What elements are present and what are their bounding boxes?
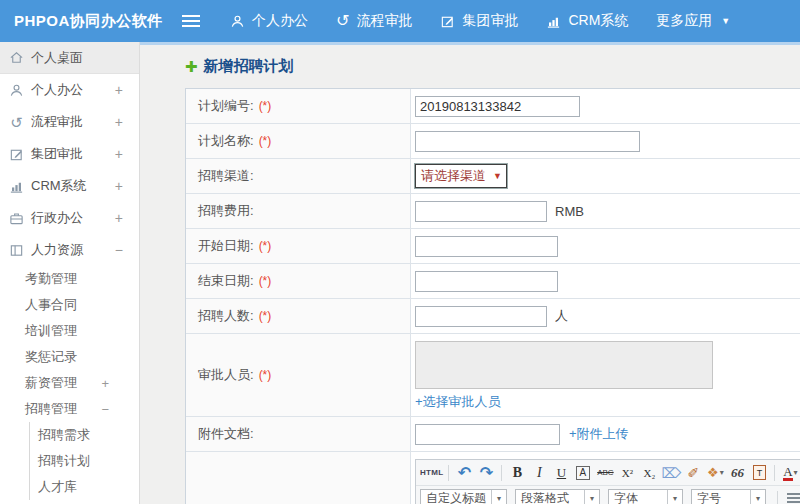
- sidebar-item-human-resources[interactable]: 人力资源 −: [0, 234, 139, 266]
- start-date-input[interactable]: [415, 236, 558, 257]
- subitem-label: 人才库: [38, 478, 77, 496]
- form-row-cost: 招聘费用: RMB: [186, 194, 800, 229]
- font-size-combo[interactable]: 字号 ▾: [691, 489, 766, 504]
- paste-text-button[interactable]: T: [753, 465, 766, 480]
- label-text: 招聘费用:: [198, 202, 254, 220]
- plan-number-input[interactable]: [415, 96, 580, 117]
- strikethrough-button[interactable]: ABC: [595, 463, 615, 483]
- nav-crm-system[interactable]: CRM系统: [546, 12, 628, 30]
- sidebar-item-crm-system[interactable]: CRM系统 +: [0, 170, 139, 202]
- page-title: ✚ 新增招聘计划: [185, 57, 294, 76]
- approvers-textarea[interactable]: [415, 341, 713, 389]
- custom-heading-combo[interactable]: 自定义标题 ▾: [420, 489, 507, 504]
- channel-select[interactable]: 请选择渠道 ▼: [415, 164, 507, 188]
- auto-typeset-icon[interactable]: ❖ ▾: [705, 463, 725, 483]
- font-color-button[interactable]: A ▾: [780, 463, 800, 483]
- select-approvers-link[interactable]: +选择审批人员: [415, 393, 501, 411]
- plan-name-input[interactable]: [415, 131, 640, 152]
- sidebar-item-label: 流程审批: [31, 113, 83, 131]
- chevron-down-icon: ▼: [721, 16, 730, 26]
- sidebar-subitem-salary[interactable]: 薪资管理 +: [0, 370, 139, 396]
- cost-input[interactable]: [415, 201, 547, 222]
- align-left-icon[interactable]: [783, 489, 800, 504]
- select-caret-icon: ▼: [493, 171, 502, 181]
- sidebar-subitem-attendance[interactable]: 考勤管理: [0, 266, 139, 292]
- form-row-channel: 招聘渠道: 请选择渠道 ▼: [186, 159, 800, 194]
- expand-plus-icon[interactable]: +: [101, 376, 109, 391]
- recruitment-plan-form: 计划编号: (*) 计划名称: (*): [185, 88, 800, 504]
- underline-button[interactable]: U: [551, 463, 571, 483]
- expand-plus-icon[interactable]: +: [115, 178, 123, 194]
- dropdown-caret-icon: ▾: [794, 468, 798, 477]
- headcount-input[interactable]: [415, 306, 547, 327]
- superscript-button[interactable]: X²: [617, 463, 637, 483]
- upload-attachment-link[interactable]: +附件上传: [569, 425, 629, 443]
- expand-plus-icon[interactable]: +: [115, 114, 123, 130]
- blockquote-button[interactable]: 66: [727, 463, 747, 483]
- sidebar-subitem-hr-contract[interactable]: 人事合同: [0, 292, 139, 318]
- attachment-input[interactable]: [415, 424, 560, 445]
- italic-button[interactable]: I: [529, 463, 549, 483]
- nav-personal-office[interactable]: 个人办公: [230, 12, 308, 30]
- sidebar-subitem-rewards[interactable]: 奖惩记录: [0, 344, 139, 370]
- font-border-button[interactable]: A: [576, 466, 590, 480]
- nav-label: 集团审批: [462, 12, 518, 30]
- dropdown-caret-icon: ▾: [491, 490, 506, 504]
- subitem-label: 薪资管理: [25, 374, 77, 392]
- label-text: 招聘人数:: [198, 307, 254, 325]
- subitem-label: 奖惩记录: [25, 348, 77, 366]
- end-date-input[interactable]: [415, 271, 558, 292]
- paragraph-format-combo[interactable]: 段落格式 ▾: [515, 489, 600, 504]
- sidebar-item-label: 集团审批: [31, 145, 83, 163]
- sidebar-subitem-training[interactable]: 培训管理: [0, 318, 139, 344]
- undo-icon[interactable]: ↶: [454, 463, 474, 483]
- field-label-empty: [186, 452, 411, 504]
- rich-text-editor: HTML ↶ ↷ B I U A ABC X²: [415, 459, 800, 504]
- sidebar-item-personal-office[interactable]: 个人办公 +: [0, 74, 139, 106]
- sidebar-subitem-recruit-plan[interactable]: 招聘计划: [30, 448, 139, 474]
- bold-button[interactable]: B: [507, 463, 527, 483]
- form-row-approvers: 审批人员: (*) +选择审批人员: [186, 334, 800, 417]
- book-icon: [8, 242, 25, 258]
- subitem-label: 招聘管理: [25, 400, 77, 418]
- dropdown-caret-icon: ▾: [750, 490, 765, 504]
- sidebar-item-workflow-approval[interactable]: ↺ 流程审批 +: [0, 106, 139, 138]
- hamburger-menu-icon[interactable]: [182, 15, 200, 27]
- sidebar-item-group-approval[interactable]: 集团审批 +: [0, 138, 139, 170]
- remove-format-icon[interactable]: ⌦: [661, 463, 681, 483]
- sidebar-subitem-talent-pool[interactable]: 人才库: [30, 474, 139, 500]
- redo-icon[interactable]: ↷: [476, 463, 496, 483]
- sidebar-subitem-recruitment[interactable]: 招聘管理 −: [0, 396, 139, 422]
- bar-chart-icon: [546, 14, 561, 29]
- form-row-editor: HTML ↶ ↷ B I U A ABC X²: [186, 452, 800, 504]
- nav-workflow-approval[interactable]: ↺ 流程审批: [336, 12, 412, 30]
- field-label: 招聘费用:: [186, 194, 411, 228]
- nav-group-approval[interactable]: 集团审批: [440, 12, 518, 30]
- recruitment-submenu: 招聘需求 招聘计划 人才库: [29, 422, 139, 500]
- html-source-button[interactable]: HTML: [420, 463, 443, 483]
- sidebar-item-administrative-office[interactable]: 行政办公 +: [0, 202, 139, 234]
- edit-icon: [440, 14, 455, 29]
- expand-plus-icon[interactable]: +: [115, 210, 123, 226]
- toolbar-separator: [448, 465, 449, 481]
- nav-label: CRM系统: [568, 12, 628, 30]
- collapse-minus-icon[interactable]: −: [101, 402, 109, 417]
- required-mark: (*): [259, 274, 272, 288]
- collapse-minus-icon[interactable]: −: [115, 242, 123, 258]
- person-icon: [8, 82, 25, 98]
- nav-more-apps[interactable]: 更多应用 ▼: [656, 12, 730, 30]
- sidebar-subitem-recruit-demand[interactable]: 招聘需求: [30, 422, 139, 448]
- unit-suffix: 人: [555, 307, 568, 325]
- expand-plus-icon[interactable]: +: [115, 82, 123, 98]
- font-family-combo[interactable]: 字体 ▾: [608, 489, 683, 504]
- field-label: 计划编号: (*): [186, 89, 411, 123]
- subscript-button[interactable]: X₂: [639, 463, 659, 483]
- nav-label: 流程审批: [356, 12, 412, 30]
- expand-plus-icon[interactable]: +: [115, 146, 123, 162]
- person-icon: [230, 14, 245, 29]
- format-brush-icon[interactable]: ✐: [683, 463, 703, 483]
- sidebar-item-personal-desktop[interactable]: 个人桌面: [0, 42, 139, 74]
- label-text: 招聘渠道:: [198, 167, 254, 185]
- paint-glyph: ❖: [707, 465, 719, 480]
- field-label: 结束日期: (*): [186, 264, 411, 298]
